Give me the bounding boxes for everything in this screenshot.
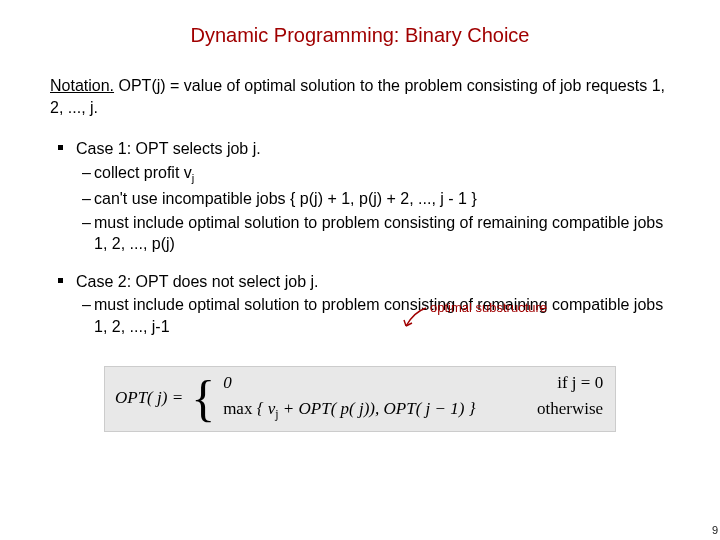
formula-max-word: max [223, 399, 257, 418]
formula-row-2: max { vj + OPT( p( j)), OPT( j − 1) } ot… [223, 399, 603, 422]
case1-item-0-text: collect profit v [94, 164, 192, 181]
formula-r2-right: otherwise [537, 399, 603, 422]
left-brace-icon: { [191, 373, 215, 423]
case2-head: Case 2: OPT does not select job j. [76, 271, 670, 293]
dash-icon: – [82, 212, 91, 234]
case2-title: Case 2: OPT does not select job j. [76, 273, 319, 290]
formula-lhs: OPT( j) = [115, 388, 183, 408]
bullet-icon [58, 278, 63, 283]
formula-r2-body: { v [257, 399, 276, 418]
slide-title: Dynamic Programming: Binary Choice [50, 24, 670, 47]
dash-icon: – [82, 188, 91, 210]
case1-item-1: – can't use incompatible jobs { p(j) + 1… [94, 188, 670, 210]
bullet-icon [58, 145, 63, 150]
case2-item-0: – must include optimal solution to probl… [94, 294, 670, 337]
annotation: optimal substructure [430, 300, 547, 315]
case1-item-2: – must include optimal solution to probl… [94, 212, 670, 255]
formula: OPT( j) = { 0 if j = 0 max { vj + OPT( p… [104, 366, 616, 432]
dash-icon: – [82, 294, 91, 316]
case1-item-0: – collect profit vj [94, 162, 670, 186]
page-number: 9 [712, 524, 718, 536]
cases: Case 1: OPT selects job j. – collect pro… [50, 138, 670, 337]
formula-r1-right: if j = 0 [557, 373, 603, 393]
case1-title: Case 1: OPT selects job j. [76, 140, 261, 157]
notation-text: OPT(j) = value of optimal solution to th… [50, 77, 665, 116]
notation-label: Notation. [50, 77, 114, 94]
case1-head: Case 1: OPT selects job j. [76, 138, 670, 160]
slide: Dynamic Programming: Binary Choice Notat… [0, 0, 720, 540]
dash-icon: – [82, 162, 91, 184]
case2-item-0-text: must include optimal solution to problem… [94, 296, 663, 335]
formula-r2-left: max { vj + OPT( p( j)), OPT( j − 1) } [223, 399, 475, 422]
case1-item-2-text: must include optimal solution to problem… [94, 214, 663, 253]
formula-row-1: 0 if j = 0 [223, 373, 603, 393]
case1-item-1-text: can't use incompatible jobs { p(j) + 1, … [94, 190, 477, 207]
formula-r1-left: 0 [223, 373, 232, 393]
notation-line: Notation. OPT(j) = value of optimal solu… [50, 75, 670, 118]
subscript-j: j [192, 172, 195, 184]
formula-r2-tail: + OPT( p( j)), OPT( j − 1) } [279, 399, 476, 418]
